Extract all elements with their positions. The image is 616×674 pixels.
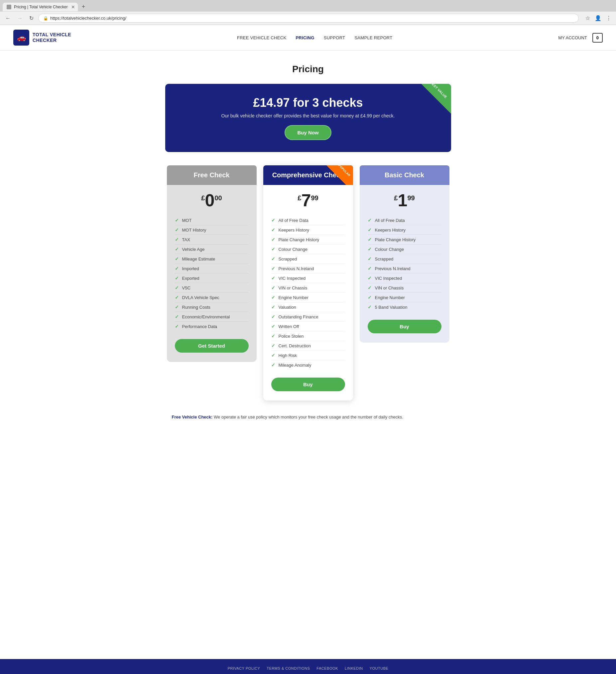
comprehensive-card-header-bg: Comprehensive Check POPULAR [263, 165, 353, 185]
basic-feature-list: ✓All of Free Data ✓Keepers History ✓Plat… [368, 216, 442, 312]
feature-outstanding-finance: ✓Outstanding Finance [271, 312, 345, 322]
lock-icon: 🔒 [43, 16, 48, 21]
check-icon: ✓ [175, 266, 179, 271]
feature-performance: ✓Performance Data [175, 322, 249, 331]
comp-feature-list: ✓All of Free Data ✓Keepers History ✓Plat… [271, 216, 345, 370]
nav-free-check[interactable]: FREE VEHICLE CHECK [237, 35, 286, 40]
feature-vic-inspected: ✓VIC Inspected [271, 273, 345, 283]
menu-button[interactable]: ⋮ [605, 14, 613, 23]
feature-imported: ✓Imported [175, 264, 249, 273]
check-icon: ✓ [368, 304, 372, 310]
browser-toolbar: ← → ↻ 🔒 https://totalvehiclechecker.co.u… [0, 12, 616, 25]
basic-price-cents: 99 [407, 194, 415, 202]
basic-card-button[interactable]: Buy [368, 320, 442, 333]
main-content: Pricing BEST VALUE £14.97 for 3 checks O… [159, 50, 458, 444]
cart-button[interactable]: 0 [592, 33, 603, 42]
check-icon: ✓ [271, 218, 275, 223]
nav-support[interactable]: SUPPORT [324, 35, 345, 40]
tab-close-btn[interactable]: ✕ [71, 4, 75, 10]
basic-feature-5band-valuation: ✓5 Band Valuation [368, 303, 442, 312]
reload-button[interactable]: ↻ [27, 14, 35, 23]
comprehensive-card-button[interactable]: Buy [271, 377, 345, 391]
comprehensive-check-card: Comprehensive Check POPULAR £799 ✓All of… [263, 165, 353, 401]
check-icon: ✓ [368, 246, 372, 252]
free-feature-list: ✓MOT ✓MOT History ✓TAX ✓Vehicle Age ✓Mil… [175, 216, 249, 331]
site-nav: FREE VEHICLE CHECK PRICING SUPPORT SAMPL… [237, 35, 393, 40]
feature-valuation: ✓Valuation [271, 303, 345, 312]
feature-eco: ✓Economic/Environmental [175, 312, 249, 322]
check-icon: ✓ [175, 275, 179, 281]
feature-running-costs: ✓Running Costs [175, 303, 249, 312]
check-icon: ✓ [271, 324, 275, 329]
feature-exported: ✓Exported [175, 273, 249, 283]
feature-cert-destruction: ✓Cert. Destruction [271, 341, 345, 351]
check-icon: ✓ [271, 246, 275, 252]
free-card-button[interactable]: Get Started [175, 339, 249, 353]
feature-prev-nireland: ✓Previous N.Ireland [271, 264, 345, 273]
basic-feature-all-free: ✓All of Free Data [368, 216, 442, 225]
logo-area: 🚗 TOTAL VEHICLE CHECKER [13, 30, 71, 45]
check-icon: ✓ [175, 324, 179, 329]
footer-facebook[interactable]: FACEBOOK [316, 666, 338, 670]
basic-card-price: £199 [368, 192, 442, 209]
fair-use-label: Free Vehicle Check: [172, 415, 213, 420]
basic-feature-colour-change: ✓Colour Change [368, 244, 442, 254]
check-icon: ✓ [271, 295, 275, 300]
feature-colour-change: ✓Colour Change [271, 244, 345, 254]
site-footer: PRIVACY POLICY TERMS & CONDITIONS FACEBO… [0, 659, 616, 674]
footer-privacy[interactable]: PRIVACY POLICY [228, 666, 260, 670]
site-header: 🚗 TOTAL VEHICLE CHECKER FREE VEHICLE CHE… [0, 25, 616, 50]
check-icon: ✓ [271, 275, 275, 281]
nav-right: MY ACCOUNT 0 [558, 33, 603, 42]
feature-police-stolen: ✓Police Stolen [271, 331, 345, 341]
buy-now-button[interactable]: Buy Now [285, 125, 331, 140]
basic-feature-engine-number: ✓Engine Number [368, 293, 442, 303]
check-icon: ✓ [271, 304, 275, 310]
bookmark-button[interactable]: ☆ [584, 14, 591, 23]
check-icon: ✓ [271, 285, 275, 291]
footer-terms[interactable]: TERMS & CONDITIONS [267, 666, 310, 670]
bulk-subtitle: Our bulk vehicle checker offer provides … [178, 113, 438, 118]
free-price-cents: 00 [214, 194, 222, 202]
check-icon: ✓ [368, 237, 372, 242]
feature-mot-history: ✓MOT History [175, 225, 249, 235]
page-title: Pricing [165, 64, 451, 75]
feature-written-off: ✓Written Off [271, 322, 345, 331]
feature-dvla: ✓DVLA Vehicle Spec [175, 293, 249, 303]
check-icon: ✓ [368, 275, 372, 281]
footer-linkedin[interactable]: LINKEDIN [345, 666, 363, 670]
check-icon: ✓ [271, 266, 275, 271]
new-tab-button[interactable]: + [79, 2, 88, 12]
browser-toolbar-right: ☆ 👤 ⋮ [584, 14, 613, 23]
check-icon: ✓ [175, 314, 179, 319]
ribbon-corner: BEST VALUE [421, 84, 451, 114]
feature-high-risk: ✓High Risk [271, 351, 345, 360]
my-account-link[interactable]: MY ACCOUNT [558, 35, 587, 40]
logo-text: TOTAL VEHICLE CHECKER [33, 32, 71, 43]
free-price-main: 0 [205, 191, 214, 210]
bulk-banner: BEST VALUE £14.97 for 3 checks Our bulk … [165, 84, 451, 152]
free-card-price: £000 [175, 192, 249, 209]
address-bar[interactable]: 🔒 https://totalvehiclechecker.co.uk/pric… [38, 14, 579, 23]
basic-feature-vic-inspected: ✓VIC Inspected [368, 273, 442, 283]
feature-tax: ✓TAX [175, 235, 249, 244]
footer-youtube[interactable]: YOUTUBE [370, 666, 389, 670]
bulk-price: £14.97 for 3 checks [178, 96, 438, 110]
feature-scrapped: ✓Scrapped [271, 254, 345, 264]
fair-use-notice: Free Vehicle Check: We operate a fair us… [165, 414, 451, 421]
check-icon: ✓ [271, 237, 275, 242]
check-icon: ✓ [271, 314, 275, 319]
back-button[interactable]: ← [3, 14, 13, 23]
check-icon: ✓ [175, 218, 179, 223]
feature-mot: ✓MOT [175, 216, 249, 225]
pricing-cards: Free Check £000 ✓MOT ✓MOT History ✓TAX ✓… [165, 165, 451, 401]
browser-tab[interactable]: Pricing | Total Vehicle Checker ✕ [3, 3, 78, 11]
browser-chrome: Pricing | Total Vehicle Checker ✕ + ← → … [0, 0, 616, 25]
forward-button[interactable]: → [15, 14, 25, 23]
feature-v5c: ✓V5C [175, 283, 249, 293]
nav-sample-report[interactable]: SAMPLE REPORT [354, 35, 392, 40]
check-icon: ✓ [175, 304, 179, 310]
comp-price-main: 7 [301, 191, 311, 210]
nav-pricing[interactable]: PRICING [296, 35, 314, 40]
profile-button[interactable]: 👤 [593, 14, 603, 23]
